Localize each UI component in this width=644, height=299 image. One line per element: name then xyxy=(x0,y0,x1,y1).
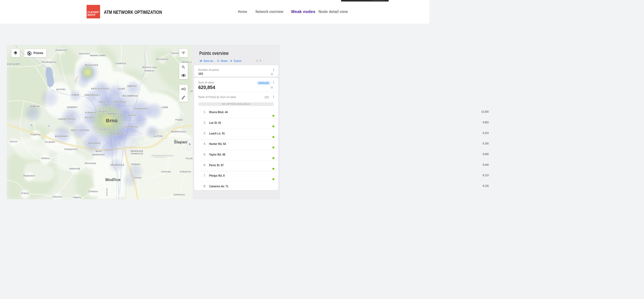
svg-text:ŽIDENICE: ŽIDENICE xyxy=(126,114,137,117)
svg-text:ZÁBRDOVICE: ZÁBRDOVICE xyxy=(107,113,122,115)
svg-text:Kobylnice: Kobylnice xyxy=(180,170,191,173)
svg-text:BRNĚNSKÉ: BRNĚNSKÉ xyxy=(131,150,144,152)
svg-text:JUNDROV: JUNDROV xyxy=(67,106,78,108)
svg-text:BYSTRC: BYSTRC xyxy=(56,88,66,91)
svg-text:Rozdrojovice: Rozdrojovice xyxy=(42,61,57,63)
svg-text:STRÁNICE: STRÁNICE xyxy=(85,111,97,114)
svg-text:Ivanovice: Ivanovice xyxy=(79,52,90,55)
svg-text:Popůvky: Popůvky xyxy=(30,133,41,136)
svg-text:KRÁLOVO POLE: KRÁLOVO POLE xyxy=(91,87,109,90)
svg-text:Modřice: Modřice xyxy=(105,178,120,182)
svg-text:Moravany: Moravany xyxy=(85,162,96,165)
svg-text:KOMÁROV: KOMÁROV xyxy=(114,133,126,135)
svg-text:Střelice: Střelice xyxy=(41,157,50,160)
svg-text:PISÁRKY: PISÁRKY xyxy=(85,116,95,119)
svg-text:OBŘANY: OBŘANY xyxy=(127,85,137,87)
svg-text:Brno: Brno xyxy=(106,118,118,123)
svg-text:MOKRÁ HORA: MOKRÁ HORA xyxy=(90,54,106,57)
svg-text:Prštice: Prštice xyxy=(21,192,29,195)
svg-text:MORAVANY: MORAVANY xyxy=(92,154,105,156)
svg-text:Hajany: Hajany xyxy=(73,196,81,199)
svg-text:Bedřichovice: Bedřichovice xyxy=(171,130,186,133)
svg-text:Brněnská: Brněnská xyxy=(106,188,108,196)
svg-text:Dvorska: Dvorska xyxy=(161,170,171,173)
svg-text:VEVEŘÍ: VEVEŘÍ xyxy=(98,110,107,113)
svg-text:Řícmanice: Řícmanice xyxy=(156,58,168,61)
svg-text:VINOHRADY: VINOHRADY xyxy=(134,108,148,110)
svg-text:ŘEČKOVICE: ŘEČKOVICE xyxy=(85,64,98,66)
svg-text:Chrlice: Chrlice xyxy=(134,176,142,179)
svg-text:LÍŠEŇ: LÍŠEŇ xyxy=(161,106,168,109)
svg-text:Podolí: Podolí xyxy=(175,118,183,121)
svg-text:BOSONOHY: BOSONOHY xyxy=(55,135,68,138)
svg-text:Svitavou: Svitavou xyxy=(144,69,154,72)
svg-text:KOHOUTOVICE: KOHOUTOVICE xyxy=(58,118,75,120)
svg-text:Radostice: Radostice xyxy=(24,174,35,177)
svg-text:Soběšice: Soběšice xyxy=(116,62,126,65)
svg-text:OVÉ DVORY: OVÉ DVORY xyxy=(7,63,20,65)
svg-text:Troubsko: Troubsko xyxy=(44,140,55,143)
svg-text:ŽEBĚTÍN: ŽEBĚTÍN xyxy=(30,105,40,108)
svg-text:Ponětovice: Ponětovice xyxy=(186,157,192,160)
svg-text:NOVÉ: NOVÉ xyxy=(96,150,102,153)
svg-text:Jinačovice: Jinačovice xyxy=(55,49,67,51)
svg-text:Ořechov: Ořechov xyxy=(52,195,62,198)
svg-text:PŘÍZŘENICE: PŘÍZŘENICE xyxy=(110,164,124,166)
svg-text:ŠTÝŘICE: ŠTÝŘICE xyxy=(100,128,110,131)
svg-text:Bílovice nad: Bílovice nad xyxy=(142,66,156,69)
svg-text:Omice: Omice xyxy=(10,140,18,143)
svg-text:Mol: Mol xyxy=(190,90,192,93)
svg-text:Želešice: Želešice xyxy=(88,190,98,193)
svg-text:Ostopovice: Ostopovice xyxy=(64,148,78,151)
svg-text:IVANOVICE: IVANOVICE xyxy=(131,153,143,155)
svg-text:BOHUNICE: BOHUNICE xyxy=(88,142,100,144)
svg-text:LESNÁ: LESNÁ xyxy=(118,88,125,90)
svg-text:MALOMĚŘICE: MALOMĚŘICE xyxy=(122,95,138,97)
svg-text:Holásky: Holásky xyxy=(131,163,140,166)
svg-text:Kanice: Kanice xyxy=(171,52,179,54)
svg-text:ČERNÁ POLE: ČERNÁ POLE xyxy=(112,101,126,103)
svg-text:ŽABOVŘESKY: ŽABOVŘESKY xyxy=(84,94,100,96)
svg-text:ČERNOVICE: ČERNOVICE xyxy=(125,126,138,128)
svg-text:SLATINA: SLATINA xyxy=(154,135,163,137)
svg-text:Sokolnice: Sokolnice xyxy=(174,193,185,196)
svg-text:Nebovidy: Nebovidy xyxy=(69,167,80,170)
svg-text:KOMÍN: KOMÍN xyxy=(72,94,79,96)
svg-text:NOVÝ LÍSKOVEC: NOVÝ LÍSKOVEC xyxy=(71,129,90,131)
svg-text:PONAVA: PONAVA xyxy=(99,101,108,103)
